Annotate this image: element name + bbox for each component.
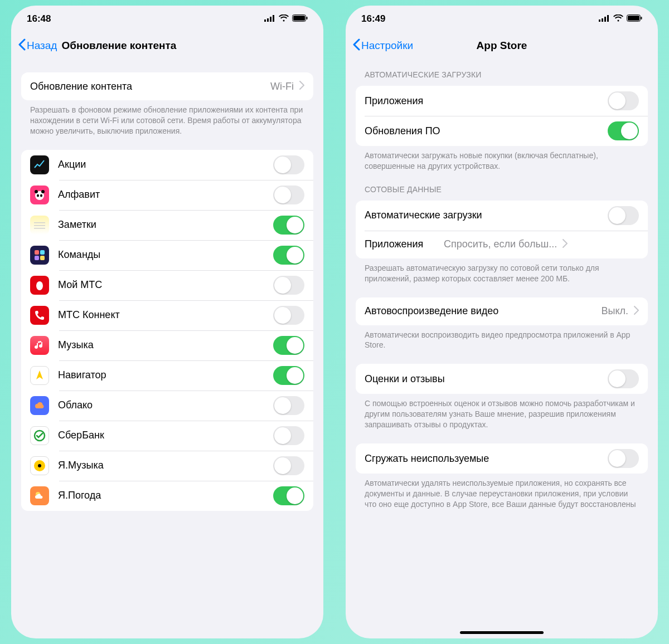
row-label: Сгружать неиспользуемые [365,453,608,465]
reviews-group: Оценки и отзывы [356,364,648,394]
chevron-left-icon [18,38,26,53]
svg-rect-15 [35,250,39,255]
row-label: Обновления ПО [365,125,608,137]
app-name: Заметки [58,219,273,231]
svg-rect-6 [307,17,308,19]
back-button[interactable]: Назад [18,38,57,53]
status-time: 16:48 [27,13,51,25]
chevron-left-icon [352,38,360,53]
auto-downloads-footer: Автоматически загружать новые покупки (в… [356,146,648,174]
svg-rect-18 [40,256,45,260]
svg-rect-25 [602,18,603,22]
phone-right: 16:49 Настройки App Store АВТОМАТИЧЕСКИЕ… [346,6,658,638]
app-row[interactable]: Я.Погода [21,481,313,511]
row-cellular-apps[interactable]: Приложения Спросить, если больш... [356,231,648,258]
app-icon [30,366,49,385]
app-row[interactable]: Мой МТС [21,270,313,300]
row-reviews[interactable]: Оценки и отзывы [356,364,648,394]
app-icon [30,216,49,235]
svg-rect-5 [293,16,305,21]
app-row[interactable]: Навигатор [21,360,313,391]
status-time: 16:49 [361,13,385,25]
svg-rect-14 [34,228,45,229]
toggle-apps-download[interactable] [608,91,639,110]
cellular-icon [599,13,610,25]
app-name: Я.Музыка [58,460,273,471]
row-label: Оценки и отзывы [365,373,608,385]
app-toggle[interactable] [273,336,304,355]
app-name: Мой МТС [58,279,273,291]
svg-rect-1 [267,18,269,22]
back-button[interactable]: Настройки [352,38,413,53]
app-toggle[interactable] [273,306,304,325]
reviews-footer: С помощью встроенных оценок и отзывов мо… [356,394,648,432]
cellular-group: Автоматические загрузки Приложения Спрос… [356,201,648,258]
row-label: Автоматические загрузки [365,209,608,221]
svg-point-11 [40,194,42,197]
app-toggle[interactable] [273,396,304,415]
app-icon [30,276,49,295]
content-area: Обновление контента Wi-Fi Разрешать в фо… [11,59,323,638]
toggle-reviews[interactable] [608,369,639,388]
page-title: App Store [477,40,527,52]
svg-point-9 [41,190,45,193]
app-toggle[interactable] [273,246,304,265]
row-offload[interactable]: Сгружать неиспользуемые [356,443,648,474]
battery-icon [292,13,308,25]
app-name: СберБанк [58,430,273,441]
page-title: Обновление контента [61,40,176,52]
app-row[interactable]: Алфавит [21,180,313,210]
app-toggle[interactable] [273,186,304,204]
app-icon [30,155,49,174]
offload-group: Сгружать неиспользуемые [356,443,648,474]
app-toggle[interactable] [273,155,304,174]
app-name: Музыка [58,339,273,351]
status-icons [264,13,308,25]
app-toggle[interactable] [273,426,304,445]
app-row[interactable]: Я.Музыка [21,451,313,481]
app-icon [30,426,49,445]
app-icon [30,186,49,204]
toggle-cellular-auto[interactable] [608,206,639,225]
wifi-icon [279,13,289,25]
row-software-updates[interactable]: Обновления ПО [356,116,648,146]
battery-icon [627,13,642,25]
content-area: АВТОМАТИЧЕСКИЕ ЗАГРУЗКИ Приложения Обнов… [346,59,658,638]
app-row[interactable]: Музыка [21,330,313,360]
toggle-software-updates[interactable] [608,121,639,140]
app-toggle[interactable] [273,486,304,505]
mode-row[interactable]: Обновление контента Wi-Fi [21,72,313,100]
row-label: Приложения [365,95,608,107]
app-toggle[interactable] [273,366,304,385]
row-label: Автовоспроизведение видео [365,305,601,317]
app-icon [30,486,49,505]
back-label: Настройки [361,40,413,52]
status-bar: 16:49 [346,6,658,32]
row-apps-download[interactable]: Приложения [356,86,648,116]
app-row[interactable]: Акции [21,150,313,180]
row-value: Выкл. [601,305,628,317]
row-label: Приложения [365,238,423,250]
svg-rect-0 [264,19,266,22]
row-video-autoplay[interactable]: Автовоспроизведение видео Выкл. [356,297,648,325]
svg-rect-30 [641,17,642,19]
status-icons [599,13,642,25]
app-toggle[interactable] [273,456,304,475]
toggle-offload[interactable] [608,449,639,468]
mode-group: Обновление контента Wi-Fi [21,72,313,100]
app-row[interactable]: Заметки [21,210,313,240]
app-row[interactable]: Команды [21,240,313,270]
app-toggle[interactable] [273,276,304,295]
mode-footer: Разрешать в фоновом режиме обновление пр… [21,100,313,139]
home-indicator[interactable] [460,631,544,634]
app-name: Акции [58,159,273,170]
app-row[interactable]: МТС Коннект [21,300,313,330]
nav-bar: Настройки App Store [346,32,658,59]
svg-rect-16 [40,250,45,255]
chevron-right-icon [634,306,639,317]
app-toggle[interactable] [273,216,304,235]
row-cellular-auto[interactable]: Автоматические загрузки [356,201,648,231]
app-row[interactable]: Облако [21,391,313,421]
app-row[interactable]: СберБанк [21,421,313,451]
app-icon [30,306,49,325]
